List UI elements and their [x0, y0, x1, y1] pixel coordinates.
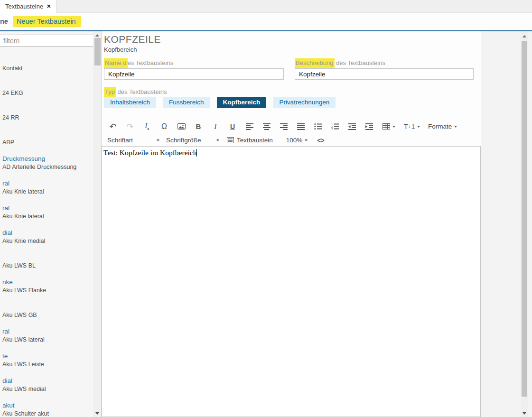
align-right-button[interactable] — [275, 120, 292, 134]
source-code-button[interactable]: <> — [317, 137, 324, 144]
neuer-textbaustein-button[interactable]: Neuer Textbaustein — [13, 16, 81, 27]
bold-button[interactable]: B — [190, 120, 207, 134]
table-dropdown-button[interactable] — [378, 120, 400, 134]
list-item-title[interactable]: dial — [2, 229, 93, 237]
list-item-subtitle: Aku Knie lateral — [2, 213, 93, 220]
tab-label: Textbausteine — [5, 3, 43, 10]
list-item-title[interactable] — [2, 105, 93, 114]
formate-dropdown[interactable]: Formate — [424, 120, 461, 134]
list-item-subtitle: Aku Knie lateral — [2, 188, 93, 195]
editor-content-area[interactable]: Test: Kopfzeile im Kopfbereich — [102, 146, 481, 417]
font-size-label: Schriftgröße — [166, 137, 201, 144]
undo-button[interactable]: ↶ — [104, 120, 121, 134]
list-item-subtitle: Aku Knie medial — [2, 237, 93, 245]
svg-text:3: 3 — [331, 128, 333, 130]
redo-button[interactable]: ↷ — [121, 120, 139, 134]
type-chip[interactable]: Inhaltsbereich — [104, 97, 156, 108]
list-item-title[interactable] — [2, 81, 93, 89]
list-item-title[interactable] — [2, 253, 93, 262]
sidebar-scrollbar-thumb[interactable] — [94, 38, 101, 65]
list-item[interactable]: 24 RR — [0, 105, 93, 130]
redo-icon: ↷ — [126, 122, 133, 131]
underline-icon: U — [230, 123, 235, 130]
insert-image-button[interactable] — [173, 120, 190, 134]
list-item-title[interactable] — [2, 130, 93, 139]
justify-button[interactable] — [292, 120, 309, 134]
list-item[interactable]: ABP — [0, 130, 93, 155]
tab-textbausteine[interactable]: Textbausteine ✕ — [0, 0, 56, 13]
indent-button[interactable] — [361, 120, 378, 134]
name-input[interactable] — [104, 68, 284, 80]
align-left-button[interactable] — [241, 120, 258, 134]
beschreibung-label-highlight: Beschreibung — [295, 58, 335, 68]
italic-button[interactable]: I — [207, 120, 224, 134]
beschreibung-input[interactable] — [295, 68, 474, 80]
tab-close-icon[interactable]: ✕ — [47, 3, 51, 9]
font-family-label: Schriftart — [107, 137, 133, 144]
list-item[interactable]: dial Aku Knie medial — [0, 229, 93, 253]
filter-input[interactable] — [0, 34, 93, 47]
list-item[interactable]: Aku LWS BL — [0, 253, 93, 278]
zoom-dropdown[interactable]: 100% — [286, 137, 308, 144]
outdent-icon — [348, 123, 356, 130]
list-item[interactable]: Druckmessung AD Arterielle Druckmessung — [0, 155, 93, 179]
special-character-button[interactable]: Ω — [156, 120, 173, 134]
bold-icon: B — [196, 122, 201, 130]
main-scrollbar-thumb[interactable] — [522, 41, 527, 397]
list-item[interactable]: ral Aku LWS lateral — [0, 327, 93, 352]
main-scrollbar[interactable] — [521, 31, 528, 417]
scroll-down-arrow[interactable] — [93, 409, 101, 417]
font-family-dropdown[interactable]: Schriftart — [107, 137, 159, 144]
list-item-title[interactable]: ral — [2, 327, 93, 336]
sidebar: Kontakt 24 EKG 24 RR ABP Druckmessung AD… — [0, 31, 93, 417]
name-label: Name des Textbausteins — [104, 59, 173, 67]
list-item-title[interactable]: nke — [2, 278, 93, 287]
list-item-title[interactable] — [2, 56, 93, 65]
beschreibung-label: Beschreibung des Textbausteins — [295, 59, 385, 67]
chevron-down-icon — [392, 126, 395, 128]
line-height-value: 1 — [411, 123, 415, 130]
list-item-title[interactable]: Druckmessung — [2, 155, 93, 163]
list-item[interactable]: Kontakt — [0, 56, 93, 81]
list-item-subtitle: Aku Schulter akut — [2, 410, 93, 417]
outdent-button[interactable] — [344, 120, 361, 134]
list-item-title[interactable] — [2, 303, 93, 311]
numbered-list-icon: 123 — [331, 123, 339, 130]
list-item-title[interactable]: ral — [2, 179, 93, 188]
bullet-list-button[interactable] — [309, 120, 327, 134]
clear-formatting-button[interactable]: Ix — [139, 120, 156, 134]
list-item-title[interactable]: ral — [2, 204, 93, 213]
line-height-icon: T — [404, 122, 408, 130]
font-size-dropdown[interactable]: Schriftgröße — [166, 137, 219, 144]
align-center-button[interactable] — [258, 120, 275, 134]
textbaustein-insert-button[interactable]: Textbaustein — [227, 137, 273, 144]
list-item-title[interactable]: dial — [2, 377, 93, 385]
list-item[interactable]: Aku LWS GB — [0, 303, 93, 327]
list-item[interactable]: ral Aku Knie lateral — [0, 179, 93, 204]
list-item[interactable]: dial Aku LWS medial — [0, 377, 93, 401]
sidebar-scrollbar[interactable] — [93, 31, 101, 417]
list-item[interactable]: akut Aku Schulter akut — [0, 401, 93, 417]
list-item[interactable]: te Aku LWS Leiste — [0, 352, 93, 377]
align-left-icon — [246, 123, 254, 130]
line-height-dropdown[interactable]: T↕1 — [400, 120, 424, 134]
type-chip[interactable]: Fussbereich — [163, 97, 210, 108]
scroll-up-arrow[interactable] — [521, 32, 528, 40]
list-item-title[interactable]: akut — [2, 401, 93, 410]
clipped-link[interactable]: ne — [0, 18, 8, 25]
underline-button[interactable]: U — [224, 120, 241, 134]
action-bar: ne Neuer Textbaustein — [0, 13, 532, 30]
list-item[interactable]: ral Aku Knie lateral — [0, 204, 93, 229]
list-item[interactable]: nke Aku LWS Flanke — [0, 278, 93, 303]
type-chip[interactable]: Privatrechnungen — [273, 97, 336, 108]
list-item-title[interactable]: te — [2, 352, 93, 361]
chevron-down-icon — [157, 139, 159, 141]
table-icon — [383, 123, 390, 130]
updown-arrow-icon: ↕ — [408, 124, 411, 129]
scroll-down-arrow[interactable] — [521, 409, 528, 417]
triangle-down-icon — [523, 412, 526, 415]
list-item-subtitle: 24 RR — [2, 114, 93, 121]
numbered-list-button[interactable]: 123 — [327, 120, 344, 134]
type-chip[interactable]: Kopfbereich — [217, 97, 267, 108]
list-item[interactable]: 24 EKG — [0, 81, 93, 105]
